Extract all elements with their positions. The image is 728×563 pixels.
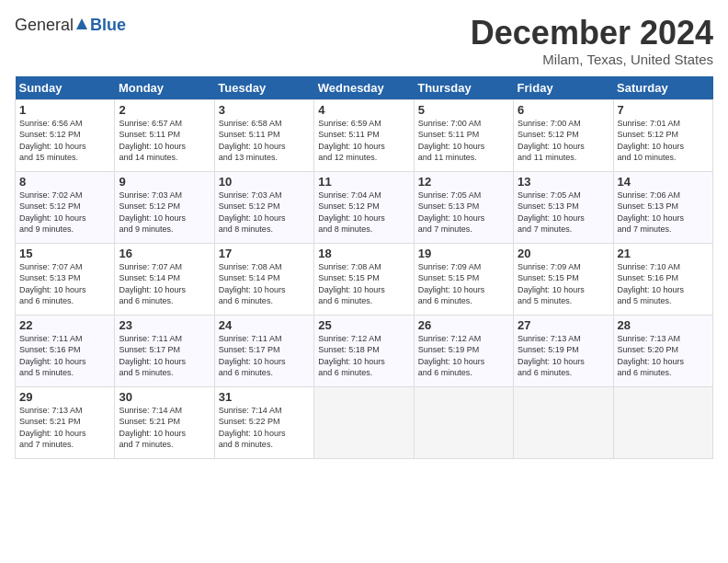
day-info: Sunrise: 7:08 AMSunset: 5:15 PMDaylight:… (318, 262, 385, 306)
day-number: 12 (418, 175, 509, 189)
col-thursday: Thursday (414, 76, 513, 100)
day-number: 25 (318, 318, 409, 332)
day-info: Sunrise: 7:13 AMSunset: 5:21 PMDaylight:… (19, 406, 86, 450)
calendar-day-cell: 1Sunrise: 6:56 AMSunset: 5:12 PMDaylight… (16, 99, 115, 171)
svg-marker-0 (76, 18, 87, 29)
day-info: Sunrise: 7:11 AMSunset: 5:16 PMDaylight:… (19, 334, 86, 378)
col-wednesday: Wednesday (314, 76, 414, 100)
calendar-day-cell (314, 386, 414, 458)
day-number: 9 (119, 175, 210, 189)
day-info: Sunrise: 7:01 AMSunset: 5:12 PMDaylight:… (618, 119, 685, 163)
day-info: Sunrise: 7:02 AMSunset: 5:12 PMDaylight:… (19, 190, 86, 235)
calendar-day-cell: 10Sunrise: 7:03 AMSunset: 5:12 PMDayligh… (214, 171, 313, 243)
day-number: 14 (618, 175, 709, 189)
calendar-day-cell: 11Sunrise: 7:04 AMSunset: 5:12 PMDayligh… (314, 171, 414, 243)
day-number: 1 (19, 103, 110, 117)
day-info: Sunrise: 7:12 AMSunset: 5:19 PMDaylight:… (418, 334, 485, 378)
day-info: Sunrise: 6:57 AMSunset: 5:11 PMDaylight:… (119, 119, 186, 163)
logo-blue: Blue (90, 16, 126, 35)
day-info: Sunrise: 6:58 AMSunset: 5:11 PMDaylight:… (219, 119, 286, 163)
day-info: Sunrise: 7:00 AMSunset: 5:11 PMDaylight:… (418, 119, 485, 163)
day-info: Sunrise: 7:08 AMSunset: 5:14 PMDaylight:… (219, 262, 286, 306)
day-number: 10 (219, 175, 310, 189)
calendar-day-cell: 24Sunrise: 7:11 AMSunset: 5:17 PMDayligh… (214, 315, 313, 386)
calendar-day-cell: 18Sunrise: 7:08 AMSunset: 5:15 PMDayligh… (314, 243, 414, 315)
calendar-day-cell: 23Sunrise: 7:11 AMSunset: 5:17 PMDayligh… (115, 315, 214, 386)
day-number: 31 (219, 390, 310, 404)
header-row: Sunday Monday Tuesday Wednesday Thursday… (16, 76, 713, 100)
calendar-day-cell: 8Sunrise: 7:02 AMSunset: 5:12 PMDaylight… (16, 171, 115, 243)
logo-general: General (15, 16, 74, 35)
day-info: Sunrise: 7:11 AMSunset: 5:17 PMDaylight:… (119, 334, 186, 378)
calendar-day-cell (514, 386, 613, 458)
day-info: Sunrise: 7:11 AMSunset: 5:17 PMDaylight:… (219, 334, 286, 378)
day-number: 16 (119, 247, 210, 260)
calendar-day-cell: 9Sunrise: 7:03 AMSunset: 5:12 PMDaylight… (115, 171, 214, 243)
day-info: Sunrise: 7:10 AMSunset: 5:16 PMDaylight:… (618, 262, 685, 306)
day-info: Sunrise: 7:04 AMSunset: 5:12 PMDaylight:… (318, 190, 385, 235)
day-info: Sunrise: 6:56 AMSunset: 5:12 PMDaylight:… (19, 119, 86, 163)
calendar-day-cell: 12Sunrise: 7:05 AMSunset: 5:13 PMDayligh… (414, 171, 513, 243)
calendar-day-cell: 4Sunrise: 6:59 AMSunset: 5:11 PMDaylight… (314, 99, 414, 171)
day-info: Sunrise: 7:05 AMSunset: 5:13 PMDaylight:… (418, 190, 485, 235)
day-info: Sunrise: 7:14 AMSunset: 5:22 PMDaylight:… (219, 406, 286, 450)
day-info: Sunrise: 7:03 AMSunset: 5:12 PMDaylight:… (219, 190, 286, 235)
month-title: December 2024 (471, 15, 713, 52)
col-saturday: Saturday (613, 76, 712, 100)
day-number: 23 (119, 318, 210, 332)
col-tuesday: Tuesday (214, 76, 313, 100)
day-number: 18 (318, 247, 409, 260)
day-number: 15 (19, 247, 110, 260)
calendar-day-cell: 31Sunrise: 7:14 AMSunset: 5:22 PMDayligh… (214, 386, 313, 458)
calendar-day-cell: 29Sunrise: 7:13 AMSunset: 5:21 PMDayligh… (16, 386, 115, 458)
day-info: Sunrise: 7:14 AMSunset: 5:21 PMDaylight:… (119, 406, 186, 450)
day-number: 21 (618, 247, 709, 260)
day-info: Sunrise: 7:13 AMSunset: 5:19 PMDaylight:… (518, 334, 585, 378)
day-number: 20 (518, 247, 609, 260)
calendar-day-cell: 28Sunrise: 7:13 AMSunset: 5:20 PMDayligh… (613, 315, 712, 386)
day-info: Sunrise: 7:00 AMSunset: 5:12 PMDaylight:… (518, 119, 585, 163)
day-info: Sunrise: 7:09 AMSunset: 5:15 PMDaylight:… (418, 262, 485, 306)
calendar-day-cell: 15Sunrise: 7:07 AMSunset: 5:13 PMDayligh… (16, 243, 115, 315)
title-section: December 2024 Milam, Texas, United State… (471, 15, 713, 67)
day-info: Sunrise: 7:12 AMSunset: 5:18 PMDaylight:… (318, 334, 385, 378)
day-number: 27 (518, 318, 609, 332)
calendar-day-cell: 22Sunrise: 7:11 AMSunset: 5:16 PMDayligh… (16, 315, 115, 386)
day-number: 22 (19, 318, 110, 332)
calendar-day-cell: 27Sunrise: 7:13 AMSunset: 5:19 PMDayligh… (514, 315, 613, 386)
calendar-day-cell: 14Sunrise: 7:06 AMSunset: 5:13 PMDayligh… (613, 171, 712, 243)
day-number: 2 (119, 103, 210, 117)
day-info: Sunrise: 7:05 AMSunset: 5:13 PMDaylight:… (518, 190, 585, 235)
day-number: 24 (219, 318, 310, 332)
day-number: 19 (418, 247, 509, 260)
calendar-week-row: 1Sunrise: 6:56 AMSunset: 5:12 PMDaylight… (16, 99, 713, 171)
calendar-day-cell: 3Sunrise: 6:58 AMSunset: 5:11 PMDaylight… (214, 99, 313, 171)
col-monday: Monday (115, 76, 214, 100)
calendar-day-cell: 5Sunrise: 7:00 AMSunset: 5:11 PMDaylight… (414, 99, 513, 171)
day-info: Sunrise: 7:13 AMSunset: 5:20 PMDaylight:… (618, 334, 685, 378)
day-number: 29 (19, 390, 110, 404)
calendar-week-row: 8Sunrise: 7:02 AMSunset: 5:12 PMDaylight… (16, 171, 713, 243)
day-number: 3 (219, 103, 310, 117)
calendar-day-cell: 2Sunrise: 6:57 AMSunset: 5:11 PMDaylight… (115, 99, 214, 171)
calendar-day-cell: 20Sunrise: 7:09 AMSunset: 5:15 PMDayligh… (514, 243, 613, 315)
calendar-day-cell: 21Sunrise: 7:10 AMSunset: 5:16 PMDayligh… (613, 243, 712, 315)
day-number: 28 (618, 318, 709, 332)
calendar-day-cell: 19Sunrise: 7:09 AMSunset: 5:15 PMDayligh… (414, 243, 513, 315)
calendar-week-row: 29Sunrise: 7:13 AMSunset: 5:21 PMDayligh… (16, 386, 713, 458)
day-number: 5 (418, 103, 509, 117)
day-info: Sunrise: 7:07 AMSunset: 5:14 PMDaylight:… (119, 262, 186, 306)
calendar-day-cell: 13Sunrise: 7:05 AMSunset: 5:13 PMDayligh… (514, 171, 613, 243)
col-friday: Friday (514, 76, 613, 100)
day-number: 4 (318, 103, 409, 117)
col-sunday: Sunday (16, 76, 115, 100)
day-info: Sunrise: 6:59 AMSunset: 5:11 PMDaylight:… (318, 119, 385, 163)
calendar-day-cell: 17Sunrise: 7:08 AMSunset: 5:14 PMDayligh… (214, 243, 313, 315)
calendar-day-cell: 16Sunrise: 7:07 AMSunset: 5:14 PMDayligh… (115, 243, 214, 315)
logo: General Blue (15, 15, 126, 36)
day-info: Sunrise: 7:09 AMSunset: 5:15 PMDaylight:… (518, 262, 585, 306)
calendar-day-cell (414, 386, 513, 458)
day-number: 7 (618, 103, 709, 117)
day-number: 26 (418, 318, 509, 332)
calendar-day-cell: 26Sunrise: 7:12 AMSunset: 5:19 PMDayligh… (414, 315, 513, 386)
